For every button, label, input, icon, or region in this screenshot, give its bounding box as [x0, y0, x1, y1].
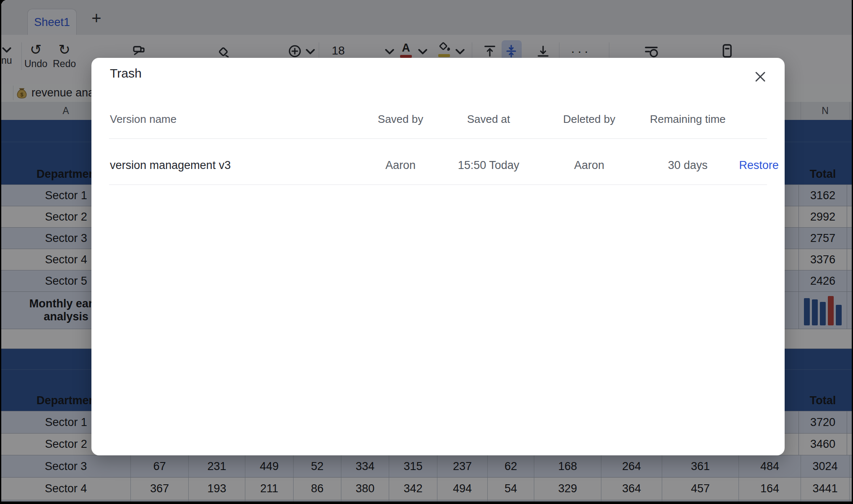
trash-table-header: Version name Saved by Saved at Deleted b… — [109, 107, 767, 131]
modal-title: Trash — [110, 66, 142, 81]
divider — [109, 138, 767, 139]
col-deleted-by: Deleted by — [541, 113, 637, 126]
saved-by: Aaron — [365, 159, 436, 172]
saved-at: 15:50 Today — [436, 159, 541, 172]
version-name: version management v3 — [109, 159, 365, 172]
remaining-time: 30 days — [637, 159, 738, 172]
trash-modal: Trash Version name Saved by Saved at Del… — [91, 58, 785, 455]
col-saved-by: Saved by — [365, 113, 436, 126]
modal-close-button[interactable] — [752, 69, 768, 85]
col-remaining-time: Remaining time — [637, 113, 738, 126]
col-version-name: Version name — [109, 113, 365, 126]
col-saved-at: Saved at — [436, 113, 541, 126]
close-icon — [754, 70, 767, 83]
trash-row: version management v3 Aaron 15:50 Today … — [109, 148, 767, 182]
restore-button[interactable]: Restore — [738, 159, 780, 172]
deleted-by: Aaron — [541, 159, 637, 172]
divider — [109, 184, 767, 185]
